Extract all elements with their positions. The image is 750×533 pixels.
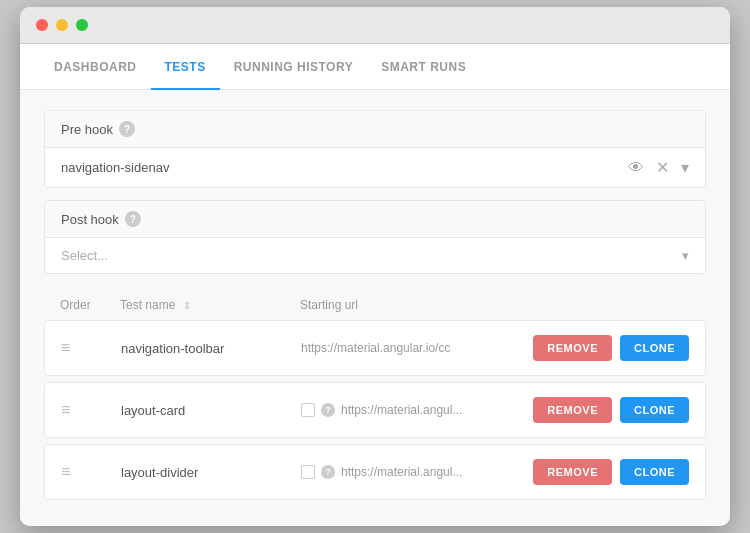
drag-handle-icon[interactable]: ≡ (61, 463, 70, 481)
pre-hook-section: Pre hook ? navigation-sidenav 👁 ✕ ▾ (44, 110, 706, 188)
post-hook-label: Post hook (61, 212, 119, 227)
sort-icon[interactable]: ⇕ (183, 300, 191, 311)
header-order: Order (60, 298, 120, 312)
post-hook-select[interactable]: Select... ▾ (45, 238, 705, 273)
chevron-down-icon[interactable]: ▾ (681, 158, 689, 177)
nav-tabs: DASHBOARD TESTS RUNNING HISTORY SMART RU… (20, 44, 730, 90)
close-button[interactable] (36, 19, 48, 31)
maximize-button[interactable] (76, 19, 88, 31)
pre-hook-value: navigation-sidenav (61, 160, 169, 175)
header-name: Test name ⇕ (120, 298, 300, 312)
cell-url-1: https://material.angular.io/cc (301, 341, 509, 355)
tests-table: Order Test name ⇕ Starting url ≡ navigat… (44, 290, 706, 500)
clone-button[interactable]: CLONE (620, 335, 689, 361)
cell-order-3: ≡ (61, 463, 121, 481)
help-icon[interactable]: ? (321, 465, 335, 479)
checkbox-icon[interactable] (301, 403, 315, 417)
clone-button[interactable]: CLONE (620, 397, 689, 423)
post-hook-placeholder: Select... (61, 248, 108, 263)
table-header-row: Order Test name ⇕ Starting url (44, 290, 706, 320)
drag-handle-icon[interactable]: ≡ (61, 401, 70, 419)
checkbox-icon[interactable] (301, 465, 315, 479)
cell-order-2: ≡ (61, 401, 121, 419)
clone-button[interactable]: CLONE (620, 459, 689, 485)
table-row: ≡ layout-divider ? https://material.angu… (44, 444, 706, 500)
minimize-button[interactable] (56, 19, 68, 31)
cell-url-2: ? https://material.angul... (301, 403, 509, 417)
post-hook-section: Post hook ? Select... ▾ (44, 200, 706, 274)
titlebar (20, 7, 730, 44)
tab-dashboard[interactable]: DASHBOARD (40, 44, 151, 90)
close-icon[interactable]: ✕ (656, 158, 669, 177)
pre-hook-value-row: navigation-sidenav 👁 ✕ ▾ (45, 148, 705, 187)
cell-actions-3: REMOVE CLONE (509, 459, 689, 485)
drag-handle-icon[interactable]: ≡ (61, 339, 70, 357)
pre-hook-header: Pre hook ? (45, 111, 705, 148)
remove-button[interactable]: REMOVE (533, 335, 612, 361)
post-hook-chevron-icon: ▾ (682, 248, 689, 263)
tab-tests[interactable]: TESTS (151, 44, 220, 90)
remove-button[interactable]: REMOVE (533, 397, 612, 423)
post-hook-help-icon[interactable]: ? (125, 211, 141, 227)
pre-hook-help-icon[interactable]: ? (119, 121, 135, 137)
cell-actions-1: REMOVE CLONE (509, 335, 689, 361)
eye-icon[interactable]: 👁 (628, 159, 644, 177)
cell-name-3: layout-divider (121, 465, 301, 480)
tab-smart-runs[interactable]: SMART RUNS (367, 44, 480, 90)
help-icon[interactable]: ? (321, 403, 335, 417)
app-window: DASHBOARD TESTS RUNNING HISTORY SMART RU… (20, 7, 730, 526)
cell-order-1: ≡ (61, 339, 121, 357)
pre-hook-icons: 👁 ✕ ▾ (628, 158, 689, 177)
cell-name-1: navigation-toolbar (121, 341, 301, 356)
remove-button[interactable]: REMOVE (533, 459, 612, 485)
cell-url-3: ? https://material.angul... (301, 465, 509, 479)
pre-hook-label: Pre hook (61, 122, 113, 137)
table-row: ≡ layout-card ? https://material.angul..… (44, 382, 706, 438)
table-row: ≡ navigation-toolbar https://material.an… (44, 320, 706, 376)
cell-name-2: layout-card (121, 403, 301, 418)
tab-running-history[interactable]: RUNNING HISTORY (220, 44, 368, 90)
header-url: Starting url (300, 298, 690, 312)
cell-actions-2: REMOVE CLONE (509, 397, 689, 423)
post-hook-header: Post hook ? (45, 201, 705, 238)
main-content: Pre hook ? navigation-sidenav 👁 ✕ ▾ Post… (20, 90, 730, 526)
